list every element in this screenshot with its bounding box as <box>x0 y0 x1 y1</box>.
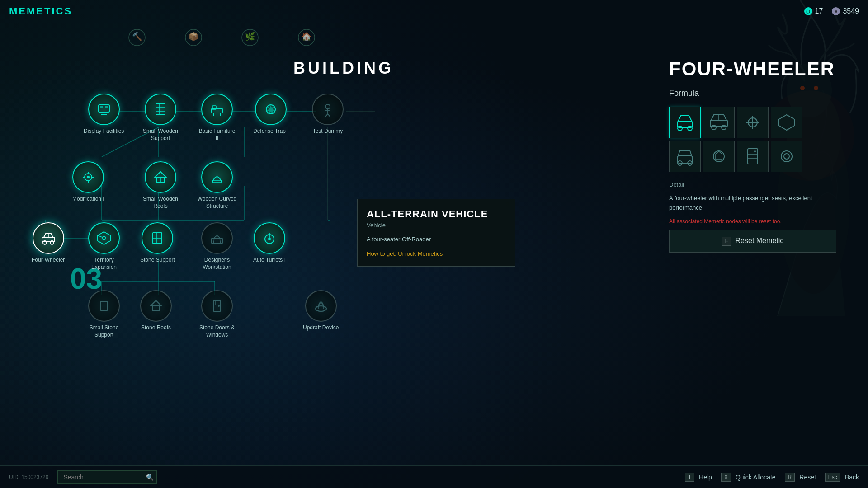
category-icon-1[interactable]: 🔨 <box>127 27 147 47</box>
formula-item-4[interactable] <box>669 141 701 172</box>
node-label-stone-doors: Stone Doors & Windows <box>197 324 237 338</box>
formula-item-6[interactable] <box>737 141 769 172</box>
node-designers-workstation[interactable]: Designer's Workstation <box>197 222 237 271</box>
node-label-wooden-roofs: Small Wooden Roofs <box>140 196 181 210</box>
node-label-four-wheeler: Four-Wheeler <box>32 257 65 264</box>
detail-section: Detail A four-wheeler with multiple pass… <box>669 181 836 213</box>
node-small-wooden-roofs[interactable]: Small Wooden Roofs <box>140 161 181 210</box>
right-panel: FOUR-WHEELER Formula <box>656 59 836 465</box>
svg-marker-105 <box>779 115 794 130</box>
quick-allocate-key: X <box>721 473 731 482</box>
node-wooden-curved[interactable]: Wooden Curved Structure <box>197 161 237 210</box>
node-defense-trap-i[interactable]: Defense Trap I <box>253 94 289 135</box>
node-test-dummy[interactable]: Test Dummy <box>312 94 344 135</box>
node-updraft-device[interactable]: Updraft Device <box>303 290 339 332</box>
svg-line-82 <box>220 238 221 244</box>
node-auto-turrets-i[interactable]: Auto Turrets I <box>253 222 286 264</box>
svg-point-109 <box>713 151 724 162</box>
node-circle-workstation <box>201 222 233 254</box>
right-panel-title: FOUR-WHEELER <box>669 59 836 80</box>
svg-text:🏠: 🏠 <box>302 31 312 41</box>
node-label-auto-turrets: Auto Turrets I <box>253 257 286 264</box>
node-small-stone-support[interactable]: Small Stone Support <box>84 290 124 338</box>
header: MEMETICS ⬡ 17 ⊞ 3549 <box>0 0 868 23</box>
node-label-modification: Modification I <box>72 196 104 203</box>
svg-marker-64 <box>155 172 166 177</box>
svg-rect-110 <box>748 149 758 164</box>
svg-point-114 <box>781 151 792 162</box>
tooltip-title: ALL-TERRAIN VEHICLE <box>367 208 506 220</box>
help-key: T <box>685 473 694 482</box>
search-input[interactable] <box>63 474 142 481</box>
search-box[interactable]: 🔍 <box>57 470 157 484</box>
svg-rect-44 <box>156 104 165 115</box>
node-stone-support[interactable]: Stone Support <box>140 222 175 264</box>
action-help[interactable]: T Help <box>685 473 712 482</box>
tooltip-type: Vehicle <box>367 222 506 229</box>
formula-item-5[interactable] <box>703 141 735 172</box>
node-circle-updraft <box>305 290 337 322</box>
node-modification-i[interactable]: Modification I <box>72 161 104 203</box>
formula-item-1[interactable] <box>703 107 735 138</box>
action-quick-allocate[interactable]: X Quick Allocate <box>721 473 776 482</box>
category-icon-3[interactable]: 🌿 <box>240 27 260 47</box>
svg-point-85 <box>268 238 271 240</box>
node-territory-expansion[interactable]: Territory Expansion <box>84 222 124 271</box>
node-circle-four-wheeler <box>33 222 64 254</box>
node-circle-stone-support <box>142 222 173 254</box>
formula-item-0[interactable] <box>669 107 701 138</box>
node-small-wooden-support[interactable]: Small Wooden Support <box>140 94 181 142</box>
tooltip-desc: A four-seater Off-Roader <box>367 235 506 244</box>
node-circle-small-stone <box>88 290 120 322</box>
svg-point-96 <box>678 126 682 131</box>
header-resources: ⬡ 17 ⊞ 3549 <box>804 7 859 15</box>
formula-item-2[interactable] <box>737 107 769 138</box>
reset-button-label: Reset Memetic <box>736 237 784 244</box>
svg-point-73 <box>102 236 106 240</box>
category-icon-2[interactable]: 📦 <box>183 27 203 47</box>
svg-rect-42 <box>100 106 103 108</box>
node-circle-wooden-roofs <box>145 161 176 193</box>
svg-line-76 <box>98 235 102 237</box>
formula-item-7[interactable] <box>771 141 802 172</box>
node-label-stone-support: Stone Support <box>140 257 175 264</box>
node-stone-doors[interactable]: Stone Doors & Windows <box>197 290 237 338</box>
svg-line-81 <box>213 238 214 244</box>
reset-key: R <box>785 473 795 482</box>
node-label-display-facilities: Display Facilities <box>84 128 124 135</box>
node-four-wheeler[interactable]: Four-Wheeler <box>32 222 65 264</box>
category-icon-4[interactable]: 🏠 <box>296 27 316 47</box>
node-display-facilities[interactable]: Display Facilities <box>84 94 124 135</box>
action-reset[interactable]: R Reset <box>785 473 816 482</box>
uid-text: UID: 150023729 <box>9 474 48 480</box>
svg-point-53 <box>326 104 330 109</box>
node-circle-auto-turrets <box>254 222 285 254</box>
formula-item-3[interactable] <box>771 107 802 138</box>
node-label-small-stone: Small Stone Support <box>84 324 124 338</box>
node-label-test-dummy: Test Dummy <box>313 128 343 135</box>
back-key: Esc <box>825 473 840 482</box>
node-label-wooden-curved: Wooden Curved Structure <box>197 196 237 210</box>
node-label-small-wooden-support: Small Wooden Support <box>140 128 181 142</box>
reset-memetic-button[interactable]: F Reset Memetic <box>669 230 836 253</box>
tooltip-popup: ALL-TERRAIN VEHICLE Vehicle A four-seate… <box>357 199 515 267</box>
reset-label: Reset <box>799 474 816 481</box>
node-label-basic-furniture: Basic Furniture II <box>197 128 237 142</box>
node-circle-small-wooden-support <box>145 94 176 125</box>
svg-point-100 <box>722 125 726 130</box>
currency-value: 3549 <box>843 7 859 15</box>
node-circle-modification <box>72 161 104 193</box>
formula-grid <box>669 107 836 172</box>
svg-point-115 <box>784 154 789 159</box>
svg-rect-93 <box>215 300 217 305</box>
resource-memetics: ⬡ 17 <box>804 7 823 15</box>
svg-point-92 <box>218 305 220 307</box>
svg-rect-43 <box>105 106 108 108</box>
node-stone-roofs[interactable]: Stone Roofs <box>140 290 172 332</box>
action-back[interactable]: Esc Back <box>825 473 859 482</box>
svg-point-59 <box>87 176 90 178</box>
svg-rect-90 <box>152 306 160 310</box>
back-label: Back <box>845 474 859 481</box>
search-icon: 🔍 <box>146 474 154 481</box>
node-basic-furniture-ii[interactable]: Basic Furniture II <box>197 94 237 142</box>
